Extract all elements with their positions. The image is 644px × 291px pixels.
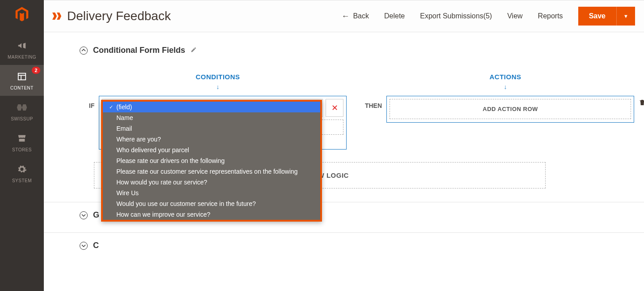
dropdown-option[interactable]: Please rate our customer service represe… [103, 166, 320, 177]
dropdown-option[interactable]: Who delivered your parcel [103, 145, 320, 155]
page-title: Delivery Feedback [67, 9, 171, 23]
dropdown-option[interactable]: How would you rate our service? [103, 177, 320, 188]
expand-toggle[interactable] [80, 211, 88, 219]
view-button[interactable]: View [507, 12, 522, 20]
svg-marker-4 [22, 104, 27, 111]
notification-badge: 2 [32, 67, 40, 74]
section-title-collapsed: G [93, 210, 99, 220]
nav-swissup[interactable]: SWISSUP [0, 96, 44, 127]
dropdown-option[interactable]: How can we improve our service? [103, 209, 320, 220]
back-button[interactable]: ← Back [341, 12, 369, 21]
expand-toggle[interactable] [80, 242, 88, 250]
dropdown-option[interactable]: Name [103, 112, 320, 123]
arrow-left-icon: ← [341, 12, 349, 21]
caret-down-icon: ▼ [623, 13, 628, 19]
save-button[interactable]: Save [578, 7, 616, 26]
delete-logic-button[interactable] [639, 96, 644, 109]
megaphone-icon [16, 39, 28, 52]
page-header: Delivery Feedback ← Back Delete Export S… [44, 0, 644, 32]
divider [44, 232, 644, 233]
section-title-collapsed: C [93, 241, 99, 250]
dropdown-option[interactable]: Email [103, 123, 320, 134]
layout-icon [16, 70, 28, 83]
if-label: IF [89, 96, 94, 109]
arrow-down-icon: ↓ [504, 83, 507, 90]
check-icon: ✓ [109, 104, 114, 110]
dropdown-option[interactable]: Please rate our drivers on the following [103, 155, 320, 166]
svg-marker-3 [17, 104, 22, 111]
conditions-container: ✕ ✓(field) Name Email Where are you? Who… [99, 96, 347, 150]
arrow-down-icon: ↓ [216, 83, 220, 90]
dropdown-option[interactable]: Where are you? [103, 134, 320, 145]
export-button[interactable]: Export Submissions(5) [420, 12, 492, 20]
collapse-toggle[interactable] [80, 47, 88, 55]
add-action-row-button[interactable]: ADD ACTION ROW [390, 99, 631, 119]
delete-button[interactable]: Delete [384, 12, 405, 20]
reports-button[interactable]: Reports [538, 12, 563, 20]
actions-container: ADD ACTION ROW [386, 96, 634, 123]
nav-label: SWISSUP [11, 116, 33, 121]
store-icon [16, 132, 28, 145]
nav-label: SYSTEM [12, 178, 32, 183]
then-label: THEN [365, 96, 382, 109]
dropdown-option[interactable]: ✓(field) [103, 102, 320, 112]
section-title: Conditional Form Fields [93, 46, 185, 55]
admin-sidebar: MARKETING CONTENT 2 SWISSUP STORES SYS [0, 0, 44, 291]
magento-logo[interactable] [11, 4, 33, 25]
nav-content[interactable]: CONTENT 2 [0, 65, 44, 96]
actions-header: ACTIONS [490, 73, 521, 81]
nav-system[interactable]: SYSTEM [0, 158, 44, 188]
nav-label: MARKETING [8, 55, 36, 60]
dropdown-option[interactable]: Wire Us [103, 188, 320, 198]
conditions-header: CONDITIONS [195, 73, 240, 81]
nav-label: STORES [12, 147, 32, 152]
pencil-icon[interactable] [191, 47, 197, 54]
svg-rect-0 [18, 73, 26, 80]
nav-marketing[interactable]: MARKETING [0, 34, 44, 65]
save-dropdown-toggle[interactable]: ▼ [616, 7, 635, 26]
hex-icon [16, 101, 28, 114]
nav-label: CONTENT [10, 86, 34, 90]
gear-icon [16, 163, 28, 175]
nav-stores[interactable]: STORES [0, 127, 44, 158]
dropdown-option[interactable]: Would you use our customer service in th… [103, 198, 320, 209]
field-dropdown: ✓(field) Name Email Where are you? Who d… [101, 100, 322, 222]
swissup-brand-icon [50, 10, 63, 22]
remove-condition-button[interactable]: ✕ [326, 99, 343, 117]
